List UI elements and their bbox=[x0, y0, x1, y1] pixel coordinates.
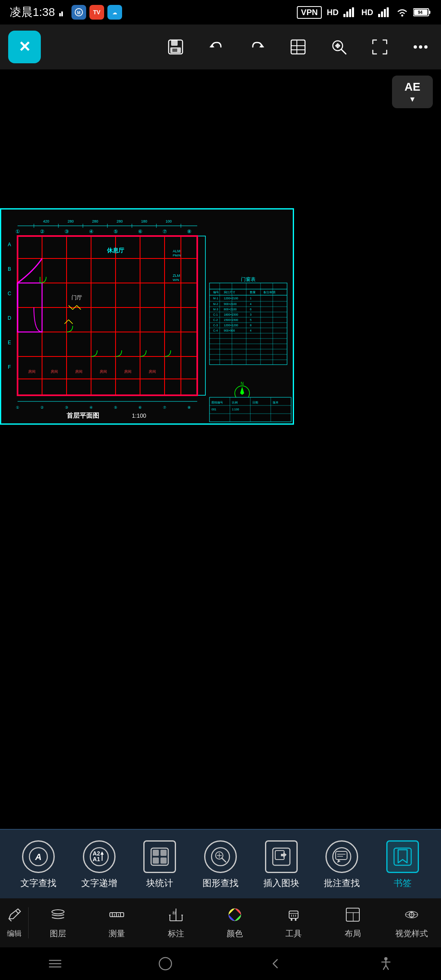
svg-text:备注/材质: 备注/材质 bbox=[263, 291, 276, 294]
more-button[interactable] bbox=[408, 35, 433, 59]
svg-text:⑤: ⑤ bbox=[114, 229, 118, 234]
bottom-bar-tools[interactable]: 工具 bbox=[264, 907, 323, 939]
bottom-bar-color[interactable]: 颜色 bbox=[205, 907, 264, 939]
svg-text:⑤: ⑤ bbox=[114, 405, 117, 410]
svg-text:1:100: 1:100 bbox=[132, 412, 146, 419]
tool-text-search[interactable]: A 文字查找 bbox=[8, 840, 69, 889]
insert-block-label: 插入图块 bbox=[263, 877, 299, 889]
svg-text:280: 280 bbox=[116, 219, 122, 223]
table-button[interactable] bbox=[286, 35, 310, 59]
svg-point-35 bbox=[419, 45, 422, 49]
hd-badge-2: HD bbox=[361, 8, 373, 17]
close-button[interactable] bbox=[8, 31, 41, 63]
svg-text:6: 6 bbox=[250, 308, 252, 311]
toolbar-actions bbox=[163, 35, 433, 59]
view-style-label: 视觉样式 bbox=[395, 928, 428, 939]
svg-rect-11 bbox=[381, 11, 383, 17]
svg-line-201 bbox=[16, 911, 19, 914]
bottom-bar-measure[interactable]: 测量 bbox=[87, 907, 146, 939]
svg-rect-200 bbox=[394, 848, 411, 865]
tool-shape-search[interactable]: 图形查找 bbox=[190, 840, 251, 889]
save-button[interactable] bbox=[163, 35, 188, 59]
svg-text:房间: 房间 bbox=[124, 370, 131, 374]
svg-line-241 bbox=[383, 965, 386, 969]
svg-text:C-4: C-4 bbox=[213, 329, 218, 332]
bottom-bar-edit[interactable]: 编辑 bbox=[0, 907, 29, 938]
text-search-icon: A bbox=[22, 840, 55, 873]
tool-annotation-search[interactable]: 批注查找 bbox=[312, 840, 372, 889]
svg-text:C-2: C-2 bbox=[213, 318, 218, 321]
bottom-bar-view-style[interactable]: 视觉样式 bbox=[382, 907, 441, 939]
signal-bars-icon bbox=[343, 7, 356, 17]
svg-text:A: A bbox=[35, 852, 42, 862]
svg-text:M-1: M-1 bbox=[213, 297, 218, 300]
svg-text:☁: ☁ bbox=[112, 10, 117, 16]
zoom-button[interactable] bbox=[327, 35, 351, 59]
svg-text:②: ② bbox=[40, 229, 45, 234]
svg-point-237 bbox=[159, 958, 172, 970]
annotation-search-icon bbox=[325, 840, 358, 873]
measure-icon bbox=[109, 907, 125, 926]
svg-text:PM/N: PM/N bbox=[173, 254, 181, 257]
text-increment-icon: A2 A1 bbox=[83, 840, 116, 873]
redo-button[interactable] bbox=[245, 35, 270, 59]
home-icon bbox=[158, 956, 173, 971]
app-icon-2: TV bbox=[89, 5, 104, 20]
svg-text:A1: A1 bbox=[93, 856, 100, 862]
tool-bookmark[interactable]: 书签 bbox=[372, 840, 433, 889]
bottom-bar-annotate[interactable]: 标 标注 bbox=[147, 907, 205, 939]
svg-text:E: E bbox=[8, 340, 11, 345]
measure-label: 测量 bbox=[109, 928, 125, 939]
svg-text:M-3: M-3 bbox=[213, 308, 218, 311]
svg-text:D: D bbox=[8, 315, 11, 321]
svg-marker-23 bbox=[209, 44, 214, 47]
bottom-bar-layout[interactable]: 布局 bbox=[323, 907, 382, 939]
svg-rect-20 bbox=[171, 40, 178, 46]
svg-text:1:100: 1:100 bbox=[232, 408, 239, 411]
fullscreen-button[interactable] bbox=[368, 35, 392, 59]
svg-point-34 bbox=[414, 45, 417, 49]
svg-text:日期: 日期 bbox=[252, 401, 258, 404]
svg-line-242 bbox=[386, 965, 388, 969]
svg-rect-186 bbox=[160, 858, 167, 864]
tool-block-count[interactable]: 块统计 bbox=[129, 840, 190, 889]
view-style-icon bbox=[404, 907, 419, 926]
svg-text:C-3: C-3 bbox=[213, 324, 218, 327]
svg-rect-185 bbox=[153, 858, 159, 864]
nav-back[interactable] bbox=[259, 947, 292, 980]
layers-icon bbox=[50, 907, 66, 926]
nav-accessibility[interactable] bbox=[370, 947, 402, 980]
block-count-icon bbox=[143, 840, 176, 873]
svg-rect-81 bbox=[17, 235, 198, 237]
svg-text:房间: 房间 bbox=[100, 370, 107, 374]
cad-svg: 420 280 280 280 180 100 ① ② ③ ④ ⑤ ⑥ ⑦ ⑧ … bbox=[1, 209, 294, 425]
svg-rect-22 bbox=[172, 49, 177, 52]
svg-text:420: 420 bbox=[43, 219, 49, 223]
bottom-bar-layers[interactable]: 图层 bbox=[29, 907, 87, 939]
svg-text:②: ② bbox=[40, 405, 44, 410]
svg-text:8: 8 bbox=[250, 324, 252, 327]
tool-text-increment[interactable]: A2 A1 文字递增 bbox=[69, 840, 130, 889]
svg-marker-199 bbox=[337, 860, 341, 863]
svg-text:标: 标 bbox=[172, 911, 176, 915]
svg-text:1: 1 bbox=[250, 297, 252, 300]
bookmark-icon bbox=[386, 840, 419, 873]
svg-text:休息厅: 休息厅 bbox=[107, 247, 125, 254]
undo-button[interactable] bbox=[204, 35, 229, 59]
svg-rect-6 bbox=[343, 14, 345, 17]
svg-text:94: 94 bbox=[418, 10, 423, 15]
wifi-icon bbox=[396, 7, 408, 17]
svg-rect-184 bbox=[160, 850, 167, 856]
tool-insert-block[interactable]: 插入图块 bbox=[251, 840, 312, 889]
nav-menu[interactable] bbox=[39, 947, 71, 980]
svg-rect-226 bbox=[346, 908, 359, 921]
svg-text:⑦: ⑦ bbox=[163, 405, 166, 410]
svg-point-218 bbox=[232, 912, 237, 917]
svg-rect-83 bbox=[17, 394, 198, 396]
block-count-label: 块统计 bbox=[146, 877, 173, 889]
tools-icon bbox=[286, 907, 301, 926]
ae-button[interactable]: AE ▼ bbox=[392, 76, 433, 108]
text-increment-label: 文字递增 bbox=[81, 877, 117, 889]
svg-point-36 bbox=[424, 45, 428, 49]
nav-home[interactable] bbox=[149, 947, 182, 980]
